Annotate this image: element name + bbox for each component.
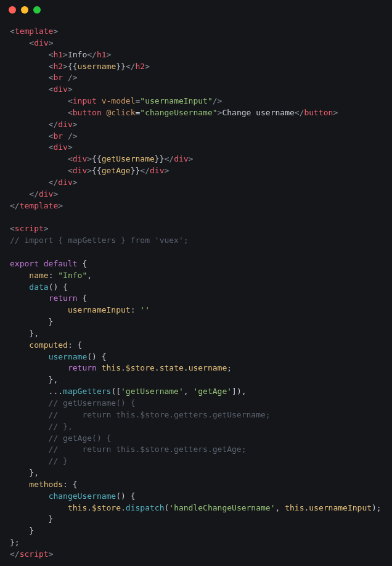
code-token: {{ [92,166,102,175]
code-token [10,282,29,292]
code-token: ); [372,503,382,512]
code-token: Info [68,50,87,59]
code-token: div [39,189,53,199]
code-token: > [68,84,73,94]
code-token: 'getUsername' [121,387,184,396]
code-token: div [73,154,87,163]
code-token: Change username [222,108,294,117]
code-token: $store [92,503,121,512]
code-token: } [10,317,53,326]
code-token: < [10,62,53,71]
code-token: {{ [68,62,78,71]
code-token: div [34,38,48,47]
code-token: { [78,259,88,268]
code-token: < [10,224,15,233]
code-token: < [10,154,73,163]
code-token: // } [10,456,68,466]
code-token: username [49,352,88,361]
code-token: this [68,503,87,512]
code-token: < [10,166,73,175]
code-token: < [10,142,53,152]
code-token: button [304,108,333,117]
code-token: }} [155,154,165,163]
code-token [10,480,29,489]
code-token: . [121,503,126,512]
code-token: ]), [232,387,246,396]
code-token: > [107,50,112,59]
code-token: mapGetters [63,387,111,396]
code-token: h1 [53,50,63,59]
code-token: > [164,166,169,175]
code-token: "usernameInput" [140,96,212,105]
code-token: export default [10,259,78,268]
code-token [10,503,68,512]
code-token: div [150,166,164,175]
code-token: > [58,201,63,210]
code-token: dispatch [126,503,165,512]
code-token: </ [10,201,20,210]
code-token: < [10,131,53,141]
code-token: // return this.$store.getters.getAge; [10,445,247,454]
code-token: // getUsername() { [10,398,136,408]
code-token: username [189,363,227,372]
code-token: computed [29,340,68,350]
code-token: . [184,363,189,372]
code-token: methods [29,480,63,489]
code-area[interactable]: <template> <div> <h1>Info</h1> <h2>{{use… [0,20,392,566]
code-token: < [10,38,34,47]
code-token: script [15,224,44,233]
code-token: h1 [97,50,107,59]
code-token: br [53,73,63,82]
code-token: }} [131,166,141,175]
code-token: "changeUsername" [140,108,217,117]
code-token: > [49,549,54,559]
code-token: div [58,178,72,187]
code-token: > [73,120,78,129]
code-token: , [276,503,285,512]
maximize-icon[interactable] [33,6,41,14]
code-token [97,96,102,105]
code-token: > [333,108,338,117]
code-token: state [160,363,184,372]
code-token: </ [87,50,97,59]
code-token: 'getAge' [193,387,232,396]
code-token: . [87,503,92,512]
code-token: { [78,293,88,303]
code-token [10,352,49,361]
code-token: ... [10,387,63,396]
close-icon[interactable] [9,6,16,14]
code-token: < [10,108,73,117]
code-token: }, [10,468,39,477]
code-token: }} [116,62,126,71]
code-token: div [58,120,72,129]
code-token: }; [10,538,20,547]
code-token: // return this.$store.getters.getUsernam… [10,410,271,419]
code-token [102,108,107,117]
editor-window: <template> <div> <h1>Info</h1> <h2>{{use… [0,0,392,566]
code-token: > [53,27,58,36]
code-token: '' [140,305,150,314]
code-token: < [10,50,53,59]
code-token: </ [10,549,20,559]
code-token: }, [10,329,39,338]
code-token: > [44,224,49,233]
code-token: v-model [102,96,136,105]
minimize-icon[interactable] [21,6,28,14]
code-token: () { [116,491,135,501]
code-token: // import { mapGetters } from 'vuex'; [10,236,189,245]
code-token: username [78,62,116,71]
code-token: "Info" [58,271,87,280]
code-token: </ [10,178,58,187]
code-token: } [10,526,34,535]
code-token: > [63,62,68,71]
code-token: > [63,50,68,59]
code-token: , [87,271,92,280]
code-token: return [68,363,97,372]
code-token: @click [107,108,136,117]
code-token [97,363,102,372]
code-token: this [102,363,121,372]
code-token: h2 [136,62,145,71]
code-token: < [10,96,73,105]
code-token: div [53,142,67,152]
code-token: input [73,96,97,105]
